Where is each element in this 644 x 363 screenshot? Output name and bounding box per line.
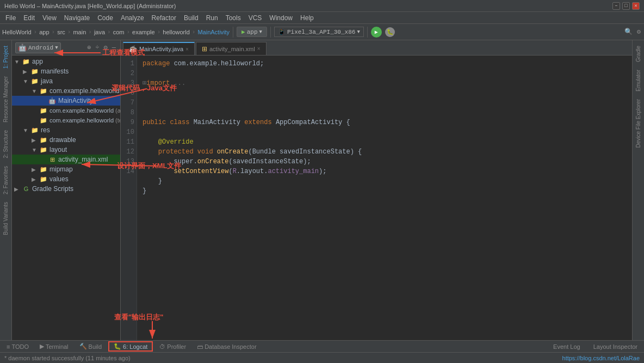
android-icon-mainactivity: 🤖 <box>48 96 57 105</box>
bottom-tab-logcat[interactable]: 🐛 6: Logcat <box>108 341 153 352</box>
bottom-tab-profiler[interactable]: ⏱ Profiler <box>155 342 190 351</box>
arrow-java: ▼ <box>23 78 30 84</box>
settings-project-icon[interactable]: ⚙ <box>103 43 109 52</box>
toolbar-right: 🔍 ⚙ <box>623 27 642 36</box>
bottom-tab-terminal[interactable]: ▶ Terminal <box>35 342 73 351</box>
menu-item-build[interactable]: Build <box>181 13 202 23</box>
tree-item-res[interactable]: ▼ 📁 res <box>12 125 120 135</box>
folder-icon-test: 📁 <box>39 116 48 125</box>
breadcrumb-helloworld[interactable]: HelloWorld <box>2 29 32 35</box>
breadcrumb-src[interactable]: src <box>57 29 65 35</box>
tree-label-drawable: drawable <box>49 136 76 144</box>
breadcrumb-java[interactable]: java <box>94 29 105 35</box>
left-sidebar-strip: 1: Project Resource Manager 2: Structure… <box>0 40 12 340</box>
sidebar-item-device-explorer[interactable]: Device File Explorer <box>634 96 643 151</box>
breadcrumb-mainactivity[interactable]: MainActivity <box>197 29 230 35</box>
arrow-package: ▼ <box>32 88 39 94</box>
breadcrumb-helloworld2[interactable]: helloworld <box>163 29 190 35</box>
tab-activity-main[interactable]: ⊞ activity_main.xml × <box>196 42 267 55</box>
minimize-button[interactable]: – <box>612 2 620 10</box>
code-editor[interactable]: 1 2 3 6 7 8 9 10 11 12 13 14 package com <box>121 56 632 340</box>
menu-item-navigate[interactable]: Navigate <box>61 13 93 23</box>
menu-item-edit[interactable]: Edit <box>20 13 38 23</box>
database-icon: 🗃 <box>197 343 203 350</box>
tab-mainactivity[interactable]: ☕ MainActivity.java × <box>123 42 195 55</box>
tree-label-androidtest: com.example.helloworld (androidTest) <box>49 107 120 114</box>
menu-item-run[interactable]: Run <box>203 13 221 23</box>
bottom-tab-label-build: Build <box>89 343 102 350</box>
breadcrumb-com[interactable]: com <box>113 29 125 35</box>
sidebar-item-project[interactable]: 1: Project <box>1 42 10 72</box>
bottom-tab-layout-inspector[interactable]: Layout Inspector <box>589 342 642 351</box>
menu-item-code[interactable]: Code <box>94 13 116 23</box>
bottom-tab-build[interactable]: 🔨 Build <box>75 342 106 351</box>
expand-icon[interactable]: ÷ <box>94 44 100 52</box>
tree-item-activity-main[interactable]: ⊞ activity_main.xml <box>12 155 120 164</box>
tree-item-mipmap[interactable]: ▶ 📁 mipmap <box>12 164 120 174</box>
tree-item-manifests[interactable]: ▶ 📁 manifests <box>12 66 120 76</box>
bottom-tabs: ≡ TODO ▶ Terminal 🔨 Build 🐛 6: Logcat ⏱ … <box>0 340 644 352</box>
tree-item-package[interactable]: ▼ 📁 com.example.helloworld <box>12 86 120 96</box>
tree-item-app[interactable]: ▼ 📁 app <box>12 57 120 66</box>
search-icon[interactable]: 🔍 <box>623 27 634 36</box>
menu-item-help[interactable]: Help <box>297 13 317 23</box>
menu-item-analyze[interactable]: Analyze <box>117 13 147 23</box>
tree-label-gradle: Gradle Scripts <box>32 185 73 193</box>
tree-item-test[interactable]: 📁 com.example.helloworld (test) <box>12 115 120 125</box>
code-line-8 <box>143 127 627 137</box>
sidebar-item-gradle[interactable]: Gradle <box>634 42 643 65</box>
xml-icon-tab: ⊞ <box>202 45 207 53</box>
code-line-4 <box>143 88 627 98</box>
arrow-gradle: ▶ <box>14 186 22 192</box>
status-url: https://blog.csdn.net/LolaRae <box>562 355 640 361</box>
menu-item-vcs[interactable]: VCS <box>245 13 265 23</box>
menu-item-file[interactable]: File <box>2 13 19 23</box>
build-icon: 🔨 <box>79 343 87 350</box>
bottom-tab-eventlog[interactable]: Event Log <box>549 342 585 351</box>
tree-item-java[interactable]: ▼ 📁 java <box>12 76 120 86</box>
bottom-tab-todo[interactable]: ≡ TODO <box>2 342 33 351</box>
android-selector[interactable]: 🤖 Android ▼ <box>15 42 61 53</box>
java-icon-tab: ☕ <box>129 45 137 53</box>
tree-item-values[interactable]: ▶ 📁 values <box>12 174 120 184</box>
folder-icon-package: 📁 <box>39 87 48 95</box>
breadcrumb-app[interactable]: app <box>39 29 49 35</box>
device-selector[interactable]: 📱 Pixel_3a_API_30_x86 ▼ <box>274 27 364 37</box>
close-panel-icon[interactable]: — <box>111 44 117 52</box>
bottom-tab-label-logcat: 6: Logcat <box>123 343 147 350</box>
tree-item-drawable[interactable]: ▶ 📁 drawable <box>12 135 120 145</box>
menu-item-tools[interactable]: Tools <box>222 13 244 23</box>
bottom-tab-label-database: Database Inspector <box>205 343 256 350</box>
sidebar-item-build-variants[interactable]: Build Variants <box>1 199 10 238</box>
sidebar-item-emulator[interactable]: Emulator <box>634 66 643 95</box>
bottom-tab-database[interactable]: 🗃 Database Inspector <box>193 342 261 351</box>
tree-item-androidtest[interactable]: 📁 com.example.helloworld (androidTest) <box>12 106 120 115</box>
app-selector[interactable]: ▶ app ▼ <box>237 27 267 37</box>
debug-button[interactable]: 🐛 <box>385 27 395 37</box>
tab-close-activity-main[interactable]: × <box>257 46 261 52</box>
close-button[interactable]: ✕ <box>632 2 640 10</box>
sidebar-item-structure[interactable]: 2: Structure <box>1 127 10 162</box>
project-panel: 🤖 Android ▼ ⊕ ÷ ⚙ — ▼ 📁 app ▶ 📁 man <box>12 40 121 340</box>
menu-item-refactor[interactable]: Refactor <box>148 13 179 23</box>
menu-item-view[interactable]: View <box>39 13 60 23</box>
menu-item-window[interactable]: Window <box>266 13 296 23</box>
breadcrumb-main[interactable]: main <box>73 29 86 35</box>
tree-item-mainactivity[interactable]: 🤖 MainActivity <box>12 96 120 106</box>
toolbar: HelloWorld › app › src › main › java › c… <box>0 24 644 40</box>
sidebar-item-favorites[interactable]: 2: Favorites <box>1 163 10 198</box>
tree-label-values: values <box>49 175 69 183</box>
menu-bar: FileEditViewNavigateCodeAnalyzeRefactorB… <box>0 12 644 24</box>
code-line-11: super.onCreate(savedInstanceState); <box>143 157 627 167</box>
run-button[interactable]: ▶ <box>371 27 382 38</box>
tab-close-mainactivity[interactable]: × <box>185 46 189 52</box>
settings-icon[interactable]: ⚙ <box>636 27 642 36</box>
maximize-button[interactable]: □ <box>622 2 630 10</box>
tree-item-layout[interactable]: ▼ 📁 layout <box>12 145 120 155</box>
code-line-6 <box>143 108 627 118</box>
breadcrumb-example[interactable]: example <box>132 29 155 35</box>
status-bar: * daemon started successfully (11 minute… <box>0 352 644 363</box>
sidebar-item-resource-manager[interactable]: Resource Manager <box>1 73 10 126</box>
locate-icon[interactable]: ⊕ <box>86 43 92 52</box>
tree-item-gradle[interactable]: ▶ G Gradle Scripts <box>12 184 120 194</box>
